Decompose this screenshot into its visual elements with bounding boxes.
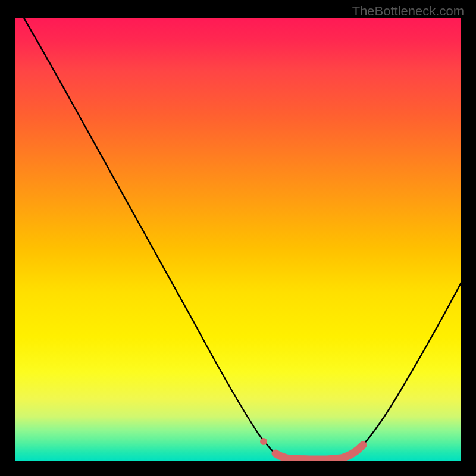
- watermark-text: TheBottleneck.com: [352, 4, 464, 19]
- chart-svg: [15, 18, 461, 461]
- highlight-dot-start: [260, 438, 267, 445]
- highlight-optimal-range: [275, 445, 363, 459]
- bottleneck-curve-line: [24, 18, 461, 459]
